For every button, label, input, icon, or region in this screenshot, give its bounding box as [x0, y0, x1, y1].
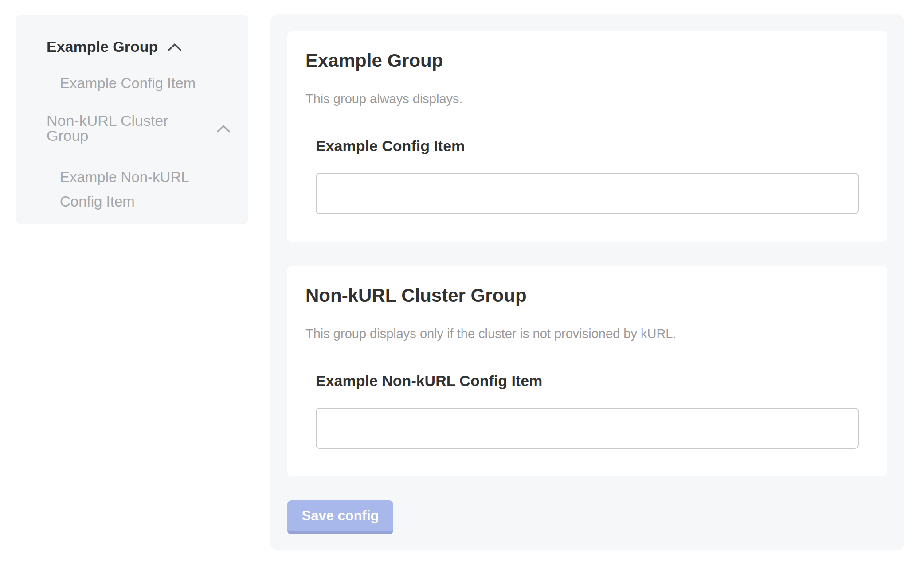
sidebar-group-non-kurl-cluster-group[interactable]: Non-kURL Cluster Group: [31, 113, 231, 143]
group-title: Non-kURL Cluster Group: [305, 285, 869, 307]
chevron-up-icon: [168, 43, 182, 51]
example-config-item-input[interactable]: [316, 173, 859, 214]
sidebar-item-example-config-item[interactable]: Example Config Item: [31, 76, 226, 91]
example-non-kurl-config-item-input[interactable]: [316, 408, 859, 449]
chevron-up-icon: [216, 125, 231, 133]
group-description: This group always displays.: [305, 91, 869, 106]
config-item-label: Example Config Item: [316, 138, 859, 153]
config-sidebar: Example Group Example Config Item Non-kU…: [16, 15, 248, 224]
config-item-label: Example Non-kURL Config Item: [316, 373, 859, 388]
save-config-button[interactable]: Save config: [287, 500, 393, 534]
config-item: Example Non-kURL Config Item: [316, 373, 859, 449]
config-item: Example Config Item: [316, 138, 859, 214]
config-group-card-example-group: Example Group This group always displays…: [287, 31, 887, 242]
config-main-panel: Example Group This group always displays…: [270, 14, 904, 550]
sidebar-item-example-non-kurl-config-item[interactable]: Example Non-kURL Config Item: [31, 165, 222, 214]
sidebar-group-example-group[interactable]: Example Group: [31, 39, 231, 54]
sidebar-group-label: Example Group: [47, 39, 158, 54]
sidebar-group-label: Non-kURL Cluster Group: [47, 113, 207, 143]
group-description: This group displays only if the cluster …: [305, 326, 869, 341]
group-title: Example Group: [305, 50, 869, 72]
config-group-card-non-kurl-cluster-group: Non-kURL Cluster Group This group displa…: [287, 266, 887, 476]
